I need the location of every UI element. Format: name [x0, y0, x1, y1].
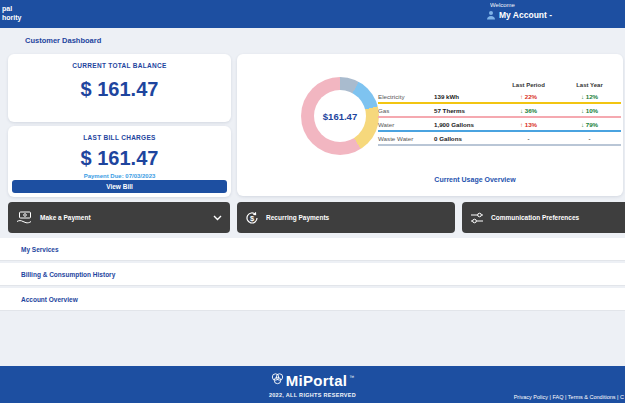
utility-value: 57 Therms [434, 107, 498, 114]
last-period-change: ↑ 13% [498, 121, 559, 128]
section-billing-consumption-history[interactable]: Billing & Consumption History [0, 263, 625, 286]
privacy-policy-link[interactable]: Privacy Policy [514, 394, 553, 400]
action-button-label: Recurring Payments [266, 214, 329, 221]
utility-name: Waste Water [378, 135, 434, 142]
usage-row-waste-water: Waste Water 0 Gallons - - [378, 132, 621, 146]
trademark-symbol: ™ [349, 374, 354, 380]
footer: MiPortal ™ 2022, ALL RIGHTS RESERVED Pri… [0, 366, 625, 403]
view-bill-button[interactable]: View Bill [12, 180, 227, 193]
section-label: Account Overview [21, 296, 78, 303]
col-header-last-year: Last Year [559, 82, 620, 88]
logo-text-line1: pal [2, 4, 21, 13]
usage-table-header: Last Period Last Year [378, 80, 621, 90]
welcome-label: Welcome [490, 2, 552, 8]
miportal-logo-icon [271, 372, 284, 386]
last-year-change: ↓ 79% [559, 121, 620, 128]
last-year-change: ↓ 10% [559, 107, 620, 114]
payment-hand-icon [16, 211, 33, 225]
payment-due-date: Payment Due: 07/03/2023 [8, 173, 231, 179]
action-button-label: Make a Payment [40, 214, 91, 221]
current-balance-title: CURRENT TOTAL BALANCE [8, 62, 231, 69]
donut-center-label: $161.47 [323, 111, 357, 122]
usage-row-gas: Gas 57 Therms ↓ 36% ↓ 10% [378, 104, 621, 118]
current-balance-card: CURRENT TOTAL BALANCE $ 161.47 [8, 54, 231, 122]
terms-conditions-link[interactable]: Terms & Conditions [568, 394, 620, 400]
section-my-services[interactable]: My Services [0, 238, 625, 261]
my-account-label: My Account - [499, 10, 552, 20]
brand-logo[interactable]: pal hority [2, 4, 21, 22]
recurring-payments-button[interactable]: $ Recurring Payments [237, 202, 455, 233]
usage-row-water: Water 1,900 Gallons ↑ 13% ↓ 79% [378, 118, 621, 132]
contact-link-clipped[interactable]: C [620, 394, 624, 400]
current-balance-amount: $ 161.47 [8, 78, 231, 101]
logo-text-line2: hority [2, 13, 21, 22]
last-bill-amount: $ 161.47 [8, 147, 231, 170]
last-period-change: ↑ 22% [498, 93, 559, 100]
utility-value: 1,900 Gallons [434, 121, 498, 128]
utility-name: Water [378, 121, 434, 128]
usage-donut-chart: $161.47 [301, 77, 379, 155]
top-header: pal hority Welcome My Account - [0, 0, 625, 28]
make-a-payment-button[interactable]: Make a Payment [8, 202, 230, 233]
utility-value: 0 Gallons [434, 135, 498, 142]
section-label: Billing & Consumption History [21, 271, 115, 278]
col-header-last-period: Last Period [498, 82, 559, 88]
last-bill-card: LAST BILL CHARGES $ 161.47 Payment Due: … [8, 126, 231, 197]
miportal-brand-row: MiPortal ™ [0, 372, 625, 389]
preferences-sliders-icon [470, 212, 484, 224]
faq-link[interactable]: FAQ [552, 394, 567, 400]
section-account-overview[interactable]: Account Overview [0, 288, 625, 311]
screen: pal hority Welcome My Account - Customer… [0, 0, 625, 403]
account-area: Welcome My Account - [486, 2, 552, 20]
utility-value: 139 kWh [434, 93, 498, 100]
utility-name: Electricity [378, 93, 434, 100]
donut-center: $161.47 [314, 90, 366, 142]
utility-name: Gas [378, 107, 434, 114]
usage-row-electricity: Electricity 139 kWh ↑ 22% ↓ 12% [378, 90, 621, 104]
person-icon [486, 10, 496, 20]
recurring-dollar-icon: $ [245, 211, 259, 225]
last-period-change: ↓ 36% [498, 107, 559, 114]
action-button-label: Communication Preferences [491, 214, 579, 221]
usage-table: Last Period Last Year Electricity 139 kW… [378, 80, 621, 146]
footer-links: Privacy PolicyFAQTerms & ConditionsC [514, 394, 624, 400]
communication-preferences-button[interactable]: Communication Preferences [462, 202, 625, 233]
last-period-change: - [498, 135, 559, 142]
page-title: Customer Dashboard [25, 36, 101, 45]
last-bill-title: LAST BILL CHARGES [8, 134, 231, 141]
section-label: My Services [21, 246, 59, 253]
usage-overview-card: $161.47 Last Period Last Year Electricit… [237, 54, 623, 196]
last-year-change: - [559, 135, 620, 142]
chevron-down-icon [213, 215, 222, 221]
miportal-brand: MiPortal [286, 372, 348, 389]
last-year-change: ↓ 12% [559, 93, 620, 100]
current-usage-overview-link[interactable]: Current Usage Overview [335, 176, 615, 183]
my-account-dropdown[interactable]: My Account - [486, 10, 552, 20]
